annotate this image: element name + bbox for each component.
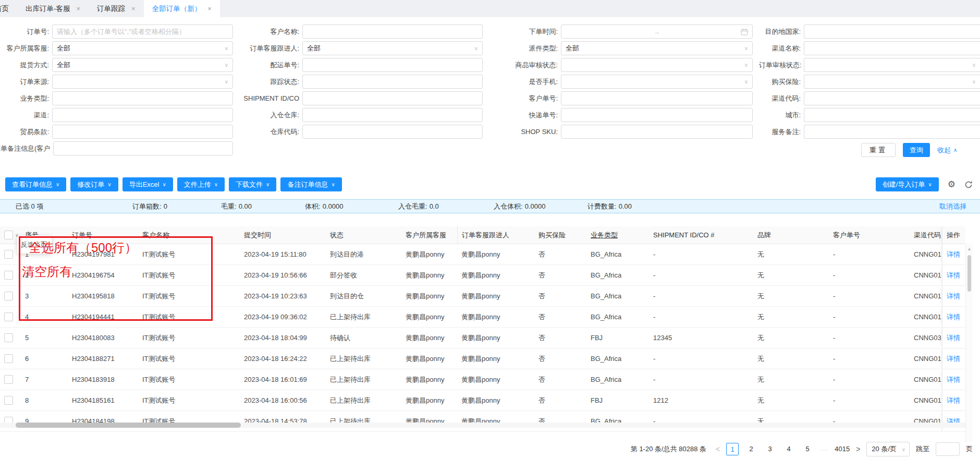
filter-input-city[interactable]: [804, 109, 980, 121]
horizontal-scrollbar[interactable]: [0, 423, 965, 428]
filter-input-inbound-warehouse[interactable]: [303, 109, 482, 121]
cell-insurance: 否: [534, 244, 586, 264]
row-checkbox[interactable]: [4, 396, 13, 405]
next-page-icon[interactable]: >: [856, 445, 860, 453]
filter-input-tracking-status[interactable]: [303, 76, 482, 88]
remark-order-info-button[interactable]: 备注订单信息∨: [280, 177, 341, 191]
cancel-selection-link[interactable]: 取消选择: [939, 200, 966, 213]
file-upload-button[interactable]: 文件上传∨: [177, 177, 225, 191]
scroll-up-icon[interactable]: ▲: [966, 244, 973, 251]
filter-select-order-audit-status[interactable]: ∨: [804, 58, 980, 72]
gear-icon[interactable]: ⚙: [948, 179, 956, 190]
filter-input-channel-code[interactable]: [804, 92, 980, 104]
refresh-icon[interactable]: [964, 180, 973, 189]
detail-link[interactable]: 详情: [947, 334, 960, 342]
jump-page-input[interactable]: [936, 442, 960, 456]
filter-select-order-follower[interactable]: 全部∨: [302, 41, 483, 55]
filter-input-dest-country[interactable]: [804, 26, 980, 38]
tab-outbound-orders-cs[interactable]: 出库订单-客服×: [17, 0, 89, 17]
select-value: 全部: [561, 44, 579, 53]
create-import-order-button[interactable]: 创建/导入订单 ∨: [876, 177, 939, 191]
filter-select-dispatch-type[interactable]: 全部∨: [561, 41, 753, 55]
page-number-2[interactable]: 2: [745, 443, 757, 455]
filter-select-buy-insurance[interactable]: ∨: [804, 75, 980, 89]
search-button[interactable]: 查询: [903, 143, 930, 157]
filter-input-order-no[interactable]: [53, 26, 232, 38]
filter-input-shipment-id[interactable]: [303, 92, 482, 104]
vertical-scroll-thumb[interactable]: [967, 255, 971, 292]
menu-item-invert-page-selection[interactable]: 反选当页: [17, 240, 51, 249]
detail-link[interactable]: 详情: [947, 292, 960, 300]
filter-input-shipping-no[interactable]: [303, 59, 482, 71]
row-checkbox[interactable]: [4, 375, 13, 384]
select-all-checkbox[interactable]: [4, 231, 13, 239]
vertical-scrollbar[interactable]: ▲: [965, 244, 973, 442]
filter-select-is-mobile[interactable]: ∨: [561, 75, 753, 89]
field-label-express-no: 快递单号:: [488, 111, 561, 120]
page-number-4015[interactable]: 4015: [835, 443, 850, 455]
row-checkbox[interactable]: [4, 312, 13, 321]
reset-button[interactable]: 重置: [861, 143, 896, 157]
tab-home[interactable]: 首页: [0, 0, 17, 17]
filter-input-customer-name[interactable]: [303, 26, 482, 38]
row-checkbox[interactable]: [4, 292, 13, 300]
filter-select-order-source[interactable]: ∨: [52, 75, 233, 89]
cell-time: 2023-04-18 18:04:99: [240, 328, 326, 348]
page-ellipsis[interactable]: ···: [820, 445, 828, 453]
page-size-select[interactable]: 20 条/页∨: [866, 442, 910, 456]
filter-input-order-remark[interactable]: [54, 142, 232, 154]
filter-select-pickup-method[interactable]: 全部∨: [52, 58, 233, 72]
prev-page-icon[interactable]: <: [716, 445, 720, 453]
page-number-4[interactable]: 4: [782, 443, 795, 455]
filter-input-warehouse-code[interactable]: [303, 126, 482, 138]
detail-link[interactable]: 详情: [947, 250, 960, 258]
row-checkbox[interactable]: [4, 250, 13, 259]
field-label-product-audit-status: 商品审核状态:: [488, 61, 561, 70]
tab-close-icon[interactable]: ×: [77, 5, 81, 13]
field-label-warehouse-code: 仓库代码:: [239, 127, 302, 137]
row-checkbox[interactable]: [4, 333, 13, 342]
row-checkbox[interactable]: [4, 271, 13, 280]
cell-insurance: 否: [534, 265, 586, 285]
table-row: 4H2304194441IT测试账号2023-04-19 09:36:02已上架…: [0, 307, 965, 328]
tab-close-icon[interactable]: ×: [131, 5, 136, 13]
page-number-3[interactable]: 3: [764, 443, 776, 455]
modify-order-button[interactable]: 修改订单∨: [70, 177, 118, 191]
tab-close-icon[interactable]: ×: [207, 5, 212, 13]
filter-select-product-audit-status[interactable]: ∨: [561, 58, 753, 72]
cell-order_no: H2304194441: [68, 307, 138, 327]
tab-order-tracking[interactable]: 订单跟踪×: [89, 0, 144, 17]
filter-input-shop-sku[interactable]: [561, 126, 752, 138]
detail-link[interactable]: 详情: [947, 396, 960, 404]
filter-field-city: 城市:: [759, 108, 980, 122]
page-number-5[interactable]: 5: [801, 443, 814, 455]
tab-all-orders-new[interactable]: 全部订单（新）×: [144, 0, 220, 17]
filter-input-channel-name[interactable]: [804, 42, 980, 54]
export-excel-button[interactable]: 导出Excel∨: [123, 177, 173, 191]
filter-input-service-remark[interactable]: [804, 126, 980, 138]
filter-input-channel[interactable]: [53, 109, 232, 121]
page-number-1[interactable]: 1: [726, 443, 739, 455]
toolbar-button-label: 查看订单信息: [12, 180, 53, 189]
detail-link[interactable]: 详情: [947, 355, 960, 363]
filter-field-biz-type: 业务类型:: [0, 91, 239, 105]
detail-link[interactable]: 详情: [947, 271, 960, 279]
row-checkbox[interactable]: [4, 354, 13, 363]
detail-link[interactable]: 详情: [947, 376, 960, 383]
collapse-link[interactable]: 收起 ∧: [937, 146, 957, 155]
download-file-button[interactable]: 下载文件∨: [229, 177, 276, 191]
filter-input-customer-order-no[interactable]: [561, 92, 752, 104]
horizontal-scroll-thumb[interactable]: [16, 423, 241, 428]
detail-link[interactable]: 详情: [947, 313, 960, 321]
filter-select-customer-cs[interactable]: 全部∨: [52, 41, 233, 55]
cell-follower: 黄鹏昌ponny: [457, 369, 534, 390]
view-order-info-button[interactable]: 查看订单信息∨: [5, 177, 66, 191]
cell-time: 2023-04-19 15:11:80: [240, 244, 326, 264]
filter-input-biz-type[interactable]: [53, 92, 232, 104]
cell-channel: CNNG01: [910, 348, 942, 369]
summary-item-value: 0.0: [430, 202, 439, 210]
filter-daterange-order-time[interactable]: →: [561, 25, 753, 39]
filter-input-trade-terms[interactable]: [53, 126, 232, 138]
filter-input-express-no[interactable]: [561, 109, 752, 121]
table-header: ∨序号订单号客户名称提交时间状态客户所属客服订单客服跟进人购买保险业务类型SHI…: [0, 226, 965, 244]
